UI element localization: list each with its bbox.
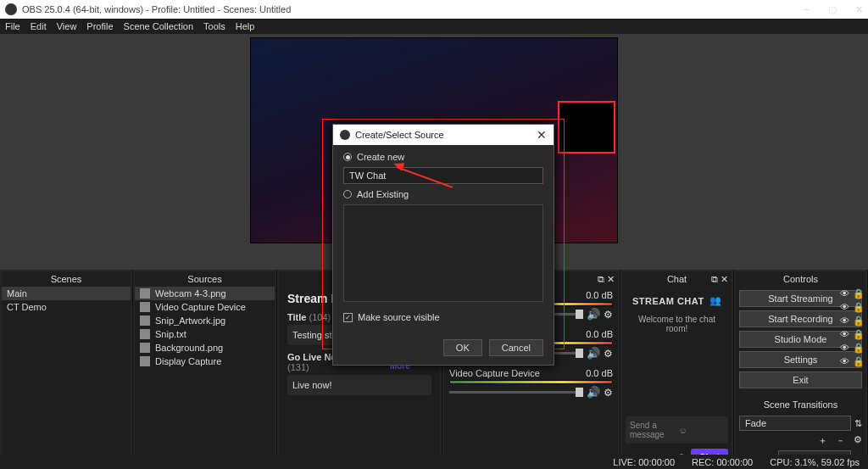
chat-message-input[interactable]: Send a message☺ (626, 416, 728, 444)
display-icon (140, 356, 150, 366)
remove-transition-button[interactable]: － (836, 434, 845, 447)
dialog-close-button[interactable]: ✕ (537, 128, 547, 142)
scene-transitions-title: Scene Transitions (764, 399, 837, 410)
source-item[interactable]: Snip.txt👁🔒 (135, 327, 275, 341)
radio-checked-icon (343, 153, 352, 161)
text-icon (140, 329, 150, 339)
menubar: File Edit View Profile Scene Collection … (0, 19, 868, 34)
obs-logo-icon (340, 130, 350, 140)
speaker-icon[interactable]: 🔊 (587, 308, 600, 321)
scenes-panel: Scenes Main CT Demo ＋ － ∧ ∨ (0, 270, 133, 469)
dialog-title: Create/Select Source (355, 130, 444, 140)
menu-tools[interactable]: Tools (203, 21, 225, 31)
window-title: OBS 25.0.4 (64-bit, windows) - Profile: … (22, 4, 291, 14)
audio-meter (449, 380, 613, 384)
db-value: 0.0 dB (586, 290, 613, 300)
chat-welcome-text: Welcome to the chat room! (626, 311, 728, 337)
transition-settings-icon[interactable]: ⚙ (854, 434, 862, 447)
scenes-title: Scenes (51, 274, 82, 284)
title-field-label: Title (287, 312, 306, 322)
transition-select[interactable]: Fade (739, 416, 851, 431)
add-transition-button[interactable]: ＋ (818, 434, 827, 447)
checkbox-checked-icon: ✓ (343, 313, 353, 322)
camera-icon (140, 302, 150, 312)
chat-title: Chat (667, 274, 687, 284)
panel-close-icon[interactable]: ✕ (607, 274, 615, 285)
image-icon (140, 343, 150, 353)
window-titlebar: OBS 25.0.4 (64-bit, windows) - Profile: … (0, 0, 868, 19)
users-icon[interactable]: 👥 (709, 295, 722, 306)
status-cpu: CPU: 3.1%, 59.02 fps (770, 457, 860, 467)
popout-icon[interactable]: ⧉ (711, 274, 718, 285)
radio-unchecked-icon (343, 190, 352, 198)
status-live: LIVE: 00:00:00 (613, 457, 675, 467)
gear-icon[interactable]: ⚙ (604, 309, 613, 321)
existing-sources-list[interactable] (343, 204, 543, 302)
create-new-radio[interactable]: Create new (343, 152, 543, 162)
image-icon (140, 288, 150, 299)
statusbar: LIVE: 00:00:00 REC: 00:00:00 CPU: 3.1%, … (0, 455, 868, 469)
db-value: 0.0 dB (586, 368, 613, 378)
obs-logo-icon (5, 3, 17, 15)
source-name-input[interactable] (343, 167, 543, 184)
source-item[interactable]: Video Capture Device👁🔒 (135, 300, 275, 314)
sources-title: Sources (187, 274, 221, 284)
updown-icon[interactable]: ⇅ (854, 418, 862, 429)
source-item[interactable]: Snip_Artwork.jpg👁🔒 (135, 314, 275, 327)
make-visible-checkbox[interactable]: ✓Make source visible (343, 307, 543, 327)
cancel-button[interactable]: Cancel (489, 339, 543, 356)
app-window: OBS 25.0.4 (64-bit, windows) - Profile: … (0, 0, 868, 469)
golive-input[interactable]: Live now! (287, 375, 431, 395)
channel-label: Video Capture Device (449, 368, 540, 378)
minimize-icon[interactable]: ─ (803, 4, 810, 15)
scene-item[interactable]: Main (2, 287, 131, 300)
selected-source-outline[interactable] (558, 101, 615, 154)
controls-title: Controls (783, 274, 818, 284)
ok-button[interactable]: OK (443, 339, 482, 356)
mixer-channel: Video Capture Device0.0 dB 🔊⚙ (444, 368, 618, 399)
menu-help[interactable]: Help (236, 21, 255, 31)
menu-scene-collection[interactable]: Scene Collection (124, 21, 194, 31)
panel-close-icon[interactable]: ✕ (721, 274, 728, 285)
menu-file[interactable]: File (5, 21, 20, 31)
title-char-count: (104) (309, 312, 331, 322)
speaker-icon[interactable]: 🔊 (587, 347, 600, 360)
speaker-icon[interactable]: 🔊 (587, 386, 600, 399)
source-item[interactable]: Background.png👁🔒 (135, 341, 275, 355)
menu-edit[interactable]: Edit (31, 21, 47, 31)
db-value: 0.0 dB (586, 329, 613, 339)
golive-char-count: (131) (287, 362, 309, 372)
controls-panel: Controls Start Streaming Start Recording… (734, 270, 868, 469)
status-rec: REC: 00:00:00 (692, 457, 753, 467)
close-icon[interactable]: ✕ (855, 4, 863, 15)
source-item[interactable]: Display Capture👁🔒 (135, 355, 275, 368)
menu-profile[interactable]: Profile (86, 21, 113, 31)
popout-icon[interactable]: ⧉ (598, 274, 604, 285)
menu-view[interactable]: View (57, 21, 77, 31)
gear-icon[interactable]: ⚙ (604, 387, 613, 399)
volume-slider[interactable] (449, 391, 583, 394)
sources-panel: Sources Webcam 4-3.png👁🔒 Video Capture D… (133, 270, 277, 469)
source-item[interactable]: Webcam 4-3.png👁🔒 (135, 287, 275, 300)
emote-icon[interactable]: ☺ (679, 426, 725, 435)
scene-item[interactable]: CT Demo (2, 300, 131, 314)
maximize-icon[interactable]: ▢ (828, 4, 837, 15)
image-icon (140, 315, 150, 326)
create-select-source-dialog: Create/Select Source ✕ Create new Add Ex… (332, 124, 554, 366)
stream-chat-heading: STREAM CHAT (632, 296, 704, 306)
gear-icon[interactable]: ⚙ (604, 348, 613, 360)
add-existing-radio[interactable]: Add Existing (343, 189, 543, 199)
exit-button[interactable]: Exit (739, 371, 862, 388)
chat-panel: Chat⧉✕ STREAM CHAT👥 Welcome to the chat … (620, 270, 734, 469)
